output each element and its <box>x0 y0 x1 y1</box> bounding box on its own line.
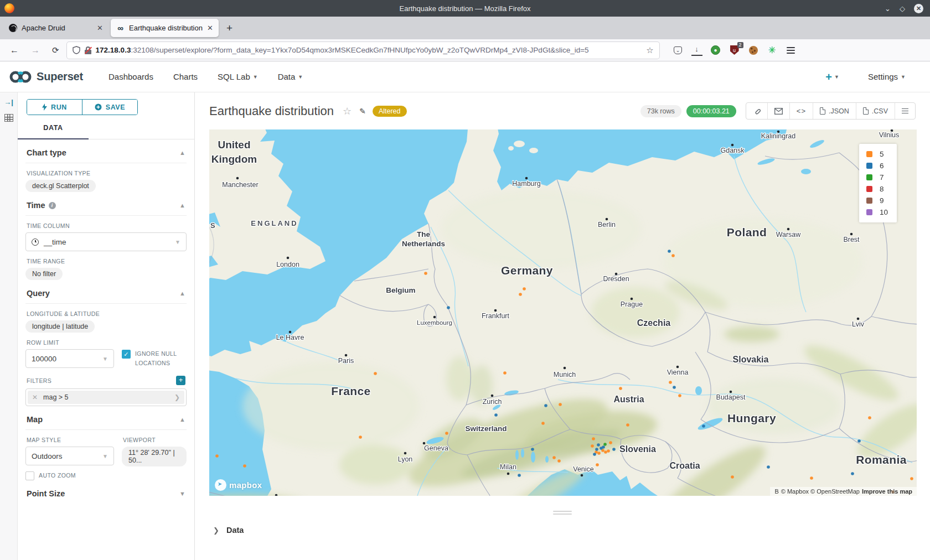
save-button[interactable]: SAVE <box>82 100 137 115</box>
tab-close-icon[interactable]: ✕ <box>97 24 103 32</box>
window-close-button[interactable]: ✕ <box>914 4 923 13</box>
earthquake-point[interactable] <box>851 472 854 475</box>
reload-button[interactable]: ⟳ <box>48 45 64 55</box>
nav-item-charts[interactable]: Charts <box>163 72 208 81</box>
email-button[interactable] <box>768 103 790 119</box>
viewport-value[interactable]: 11° 28' 29.70" | 50... <box>122 447 187 466</box>
earthquake-point[interactable] <box>559 403 562 406</box>
earthquake-point[interactable] <box>678 394 681 397</box>
earthquake-point[interactable] <box>503 371 507 375</box>
export-json-button[interactable]: .JSON <box>813 103 856 119</box>
new-tab-button[interactable]: + <box>221 22 238 34</box>
earthquake-point[interactable] <box>494 413 498 417</box>
earthquake-point[interactable] <box>592 437 595 440</box>
tracking-protection-shield-icon[interactable] <box>73 46 80 54</box>
nav-item-dashboards[interactable]: Dashboards <box>99 72 163 81</box>
extension-green-icon[interactable]: ● <box>710 45 721 56</box>
nav-item-data[interactable]: Data▼ <box>268 72 313 81</box>
earthquake-point[interactable] <box>910 477 913 480</box>
window-maximize-button[interactable]: ◇ <box>900 5 905 12</box>
earthquake-point[interactable] <box>597 443 600 447</box>
run-button[interactable]: RUN <box>27 100 82 115</box>
downloads-icon[interactable]: ↓ <box>691 45 702 56</box>
time-range-value[interactable]: No filter <box>25 268 63 280</box>
more-options-button[interactable] <box>895 103 915 119</box>
earthquake-point[interactable] <box>552 456 556 459</box>
filter-item[interactable]: ✕ mag > 5 ❯ <box>25 388 187 406</box>
datasource-grid-icon[interactable] <box>4 114 13 122</box>
menu-hamburger-icon[interactable] <box>786 45 797 56</box>
earthquake-point[interactable] <box>603 443 607 446</box>
ignore-null-checkbox[interactable]: ✓ <box>122 350 131 359</box>
browser-tab-apache-druid[interactable]: Apache Druid ✕ <box>3 19 108 37</box>
earthquake-point[interactable] <box>424 272 427 275</box>
earthquake-point[interactable] <box>531 448 534 451</box>
pocket-icon[interactable]: ⌄ <box>673 45 684 56</box>
legend-item[interactable]: 7 <box>866 173 888 182</box>
earthquake-point[interactable] <box>604 450 607 454</box>
row-limit-select[interactable]: 100000 ▼ <box>25 349 114 368</box>
window-minimize-button[interactable]: ⌄ <box>885 5 891 12</box>
earthquake-point[interactable] <box>668 250 671 253</box>
earthquake-point[interactable] <box>607 449 610 453</box>
new-item-button[interactable]: + ▼ <box>825 71 839 82</box>
earthquake-point[interactable] <box>673 386 676 389</box>
remove-filter-icon[interactable]: ✕ <box>32 393 38 401</box>
earthquake-point[interactable] <box>595 448 598 451</box>
add-filter-button[interactable]: + <box>176 376 185 385</box>
earthquake-point[interactable] <box>544 404 547 407</box>
earthquake-point[interactable] <box>702 424 705 428</box>
earthquake-point[interactable] <box>243 464 246 468</box>
browser-tab-earthquake-distribution[interactable]: ∞ Earthquake distribution ✕ <box>111 19 219 37</box>
nav-item-sql-lab[interactable]: SQL Lab▼ <box>208 72 268 81</box>
copy-link-button[interactable] <box>746 103 768 119</box>
earthquake-point[interactable] <box>359 435 362 439</box>
map-attribution[interactable]: B © Mapbox © OpenStreetMap Improve this … <box>770 487 917 496</box>
section-header-chart-type[interactable]: Chart type ▲ <box>25 139 187 163</box>
earthquake-point[interactable] <box>669 381 672 384</box>
earthquake-point[interactable] <box>857 439 861 443</box>
earthquake-point[interactable] <box>671 254 675 257</box>
earthquake-point[interactable] <box>215 454 219 458</box>
legend-item[interactable]: 6 <box>866 162 888 170</box>
earthquake-point[interactable] <box>597 452 601 455</box>
viz-type-value[interactable]: deck.gl Scatterplot <box>25 180 96 192</box>
improve-map-link[interactable]: Improve this map <box>862 488 912 495</box>
earthquake-point[interactable] <box>810 476 813 480</box>
lonlat-value[interactable]: longitude | latitude <box>25 320 95 333</box>
earthquake-point[interactable] <box>518 474 521 477</box>
earthquake-point[interactable] <box>593 453 596 456</box>
earthquake-point[interactable] <box>612 448 616 451</box>
favorite-star-icon[interactable]: ☆ <box>343 105 352 117</box>
earthquake-point[interactable] <box>596 463 599 466</box>
earthquake-point[interactable] <box>523 287 526 291</box>
mapbox-logo[interactable]: mapbox <box>215 479 262 491</box>
map-style-select[interactable]: Outdoors ▼ <box>25 447 114 465</box>
earthquake-point[interactable] <box>602 445 605 449</box>
earthquake-point[interactable] <box>445 432 448 435</box>
auto-zoom-checkbox[interactable] <box>25 471 34 480</box>
data-panel-toggle[interactable]: ❯ Data <box>213 526 244 535</box>
back-button[interactable]: ← <box>6 45 23 55</box>
legend-item[interactable]: 10 <box>866 208 888 216</box>
expand-datasource-panel-icon[interactable]: →| <box>4 98 13 106</box>
section-header-query[interactable]: Query ▲ <box>25 280 187 304</box>
superset-logo[interactable]: Superset <box>9 70 83 84</box>
earthquake-point[interactable] <box>626 423 629 427</box>
earthquake-point[interactable] <box>868 416 871 419</box>
ublock-icon[interactable]: u 2 <box>729 45 740 56</box>
earthquake-point[interactable] <box>731 475 734 479</box>
tab-close-icon[interactable]: ✕ <box>207 24 213 32</box>
legend-item[interactable]: 9 <box>866 196 888 205</box>
url-text[interactable]: 172.18.0.3:32108/superset/explore/?form_… <box>96 46 642 54</box>
earthquake-point[interactable] <box>557 459 561 463</box>
chevron-right-icon[interactable]: ❯ <box>174 393 180 401</box>
sparkle-extension-icon[interactable]: ✳ <box>767 45 778 56</box>
legend-item[interactable]: 5 <box>866 150 888 158</box>
export-csv-button[interactable]: .CSV <box>856 103 895 119</box>
bookmark-star-icon[interactable]: ☆ <box>646 45 653 55</box>
legend-item[interactable]: 8 <box>866 185 888 193</box>
earthquake-point[interactable] <box>609 441 612 444</box>
section-header-time[interactable]: Time i ▲ <box>25 192 187 216</box>
tab-data[interactable]: DATA <box>18 124 89 132</box>
